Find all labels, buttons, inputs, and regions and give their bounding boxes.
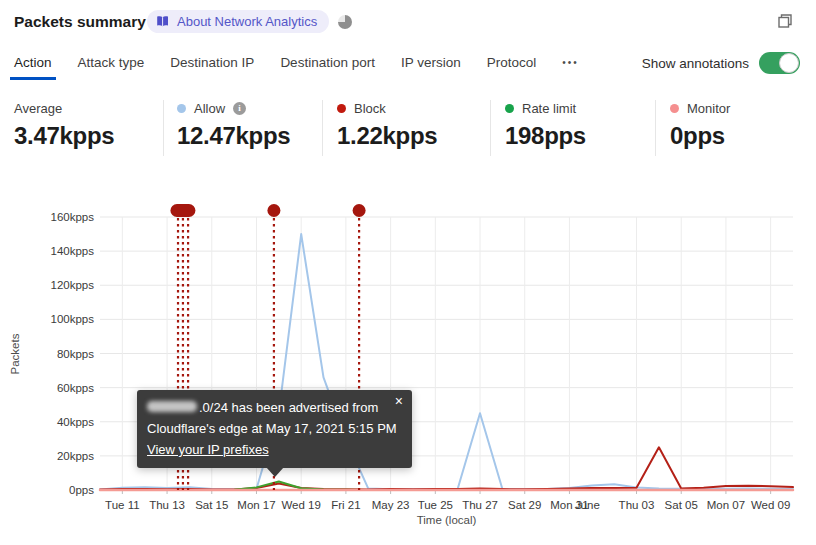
svg-text:Thu 27: Thu 27: [462, 499, 498, 511]
show-annotations-label: Show annotations: [642, 56, 749, 71]
tooltip-line2: Cloudflare's edge at May 17, 2021 5:15 P…: [147, 418, 400, 439]
toggle-knob: [779, 53, 799, 73]
stat-value: 12.47kpps: [177, 122, 290, 150]
badge-label: About Network Analytics: [177, 14, 317, 29]
view-ip-prefixes-link[interactable]: View your IP prefixes: [147, 442, 269, 457]
stat-label: Rate limit: [522, 101, 576, 116]
page-title: Packets summary: [14, 13, 146, 31]
svg-text:Mon 17: Mon 17: [237, 499, 275, 511]
stat-label: Block: [354, 101, 386, 116]
stat-value: 0pps: [670, 122, 730, 150]
info-icon[interactable]: i: [233, 102, 246, 115]
tab-destination-port[interactable]: Destination port: [280, 55, 375, 74]
svg-text:Thu 13: Thu 13: [149, 499, 185, 511]
stat-value: 1.22kpps: [337, 122, 437, 150]
svg-text:20kpps: 20kpps: [57, 450, 94, 462]
stat-value: 198pps: [505, 122, 586, 150]
stat-separator: [490, 100, 491, 156]
tab-bar: Action Attack type Destination IP Destin…: [14, 55, 579, 74]
stat-average: Average 3.47kpps: [14, 100, 114, 150]
stat-allow: Allow i 12.47kpps: [177, 100, 290, 150]
svg-text:140kpps: 140kpps: [51, 245, 95, 257]
svg-text:100kpps: 100kpps: [51, 313, 95, 325]
packets-time-series-chart[interactable]: 0pps20kpps40kpps60kpps80kpps100kpps120kp…: [0, 190, 816, 535]
svg-text:Sat 29: Sat 29: [508, 499, 541, 511]
block-dot: [337, 104, 346, 113]
stat-label: Monitor: [687, 101, 730, 116]
svg-text:Tue 25: Tue 25: [418, 499, 453, 511]
svg-text:40kpps: 40kpps: [57, 416, 94, 428]
svg-text:Wed 09: Wed 09: [751, 499, 790, 511]
tab-destination-ip[interactable]: Destination IP: [170, 55, 254, 74]
stat-separator: [163, 100, 164, 156]
close-icon[interactable]: ×: [395, 394, 403, 408]
tab-protocol[interactable]: Protocol: [487, 55, 537, 74]
svg-text:Sat 15: Sat 15: [195, 499, 228, 511]
packets-summary-panel: Packets summary About Network Analytics …: [0, 0, 816, 545]
tooltip-line1: .0/24 has been advertised from: [147, 397, 400, 418]
svg-text:Thu 03: Thu 03: [619, 499, 655, 511]
annotation-tooltip: × .0/24 has been advertised from Cloudfl…: [137, 390, 412, 468]
svg-text:Wed 19: Wed 19: [281, 499, 320, 511]
allow-dot: [177, 104, 186, 113]
monitor-dot: [670, 104, 679, 113]
show-annotations-toggle[interactable]: [759, 52, 800, 74]
tab-action[interactable]: Action: [14, 55, 52, 74]
svg-text:Tue 11: Tue 11: [105, 499, 140, 511]
tab-ip-version[interactable]: IP version: [401, 55, 461, 74]
svg-text:Sat 05: Sat 05: [665, 499, 698, 511]
stat-label: Allow: [194, 101, 225, 116]
svg-text:80kpps: 80kpps: [57, 348, 94, 360]
svg-text:Time (local): Time (local): [417, 514, 477, 526]
pie-icon: [338, 15, 352, 29]
stat-label: Average: [14, 101, 62, 116]
svg-text:120kpps: 120kpps: [51, 279, 95, 291]
svg-text:June: June: [575, 499, 600, 511]
stat-separator: [322, 100, 323, 156]
svg-text:May 23: May 23: [372, 499, 410, 511]
about-network-analytics-badge[interactable]: About Network Analytics: [147, 10, 329, 33]
stat-monitor: Monitor 0pps: [670, 100, 730, 150]
tab-attack-type[interactable]: Attack type: [78, 55, 145, 74]
book-icon: [156, 15, 170, 28]
stat-rate-limit: Rate limit 198pps: [505, 100, 586, 150]
more-tabs-icon[interactable]: •••: [562, 57, 579, 72]
redacted-ip-prefix: [147, 401, 197, 412]
svg-text:Fri 21: Fri 21: [331, 499, 360, 511]
stat-block: Block 1.22kpps: [337, 100, 437, 150]
svg-text:0pps: 0pps: [69, 484, 94, 496]
svg-text:Mon 07: Mon 07: [707, 499, 745, 511]
svg-text:60kpps: 60kpps: [57, 382, 94, 394]
svg-text:160kpps: 160kpps: [51, 211, 95, 223]
stat-value: 3.47kpps: [14, 122, 114, 150]
expand-window-icon[interactable]: [776, 12, 794, 30]
annotations-control: Show annotations: [642, 52, 800, 74]
stat-separator: [655, 100, 656, 156]
rate-limit-dot: [505, 104, 514, 113]
svg-text:Packets: Packets: [9, 333, 21, 374]
